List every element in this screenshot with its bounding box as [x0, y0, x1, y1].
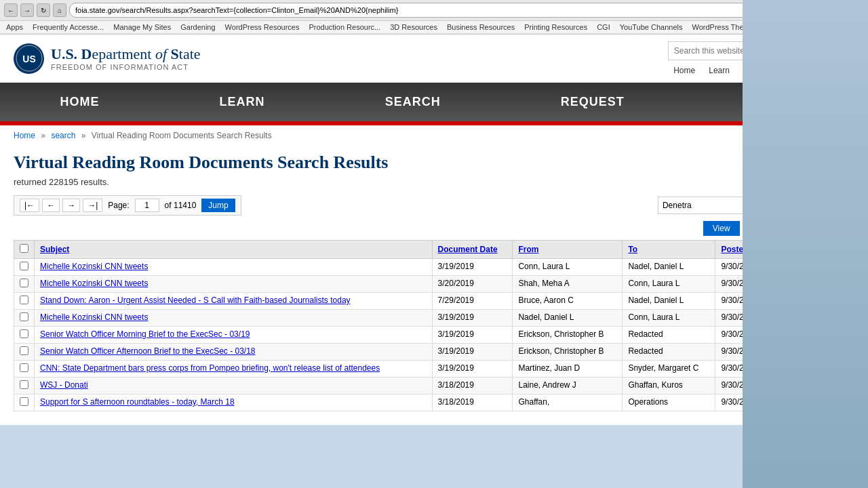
row-checkbox-3[interactable]: [20, 312, 28, 321]
bookmark-apps[interactable]: Apps: [4, 22, 25, 32]
row-from: Ghaffan,: [513, 394, 623, 411]
table-header-row: Subject Document Date From To Posted Dat…: [14, 241, 854, 259]
bookmark-gardening[interactable]: Gardening: [178, 22, 217, 32]
subject-link-4[interactable]: Senior Watch Officer Morning Brief to th…: [40, 329, 250, 339]
subject-link-0[interactable]: Michelle Kozinski CNN tweets: [40, 262, 148, 271]
breadcrumb-current: Virtual Reading Room Documents Search Re…: [92, 131, 272, 140]
bookmark-printing[interactable]: Printing Resources: [522, 22, 589, 32]
row-checkbox-0[interactable]: [20, 262, 28, 270]
row-from: Shah, Meha A: [513, 276, 623, 293]
document-actions-row: View Combine Download: [14, 221, 854, 236]
page-wrapper: US U.S. Department of State Freedom of I…: [0, 35, 868, 425]
row-subject: Michelle Kozinski CNN tweets: [35, 276, 433, 293]
bookmark-wordpress[interactable]: WordPress Resources: [223, 22, 302, 32]
row-from: Erickson, Christopher B: [513, 327, 623, 344]
browser-toolbar: ← → ↻ ⌂ ★ ⚙: [0, 0, 868, 21]
row-to: Redacted: [623, 327, 715, 344]
svg-text:US: US: [22, 54, 35, 64]
header-subject: Subject: [35, 241, 433, 259]
subject-link-5[interactable]: Senior Watch Officer Afternoon Brief to …: [40, 346, 256, 356]
bookmarks-bar: Apps Frequently Accesse... Manage My Sit…: [0, 21, 868, 34]
subject-link-6[interactable]: CNN: State Department bars press corps f…: [40, 363, 380, 373]
row-from: Erickson, Christopher B: [513, 344, 623, 361]
row-subject: WSJ - Donati: [35, 378, 433, 394]
home-nav-button[interactable]: ⌂: [53, 3, 66, 17]
row-checkbox-8[interactable]: [20, 397, 28, 406]
header-nav-learn[interactable]: Learn: [709, 66, 730, 75]
page-number-input[interactable]: [135, 199, 159, 212]
row-doc-date: 3/19/2019: [432, 361, 513, 378]
first-page-button[interactable]: |←: [20, 199, 39, 212]
row-checkbox-cell: [14, 327, 35, 344]
row-doc-date: 7/29/2019: [432, 293, 513, 310]
bookmark-3d[interactable]: 3D Resources: [388, 22, 439, 32]
bookmark-production[interactable]: Production Resourc...: [307, 22, 382, 32]
bookmark-business[interactable]: Business Resources: [445, 22, 517, 32]
nav-search[interactable]: SEARCH: [358, 83, 468, 121]
subject-link-8[interactable]: Support for S afternoon roundtables - to…: [40, 397, 235, 407]
bookmark-manage[interactable]: Manage My Sites: [111, 22, 173, 32]
row-to: Snyder, Margaret C: [623, 361, 715, 378]
row-to: Redacted: [623, 344, 715, 361]
row-checkbox-4[interactable]: [20, 329, 28, 338]
row-to: Nadel, Daniel L: [623, 259, 715, 276]
table-row: Michelle Kozinski CNN tweets 3/19/2019 N…: [14, 310, 854, 327]
breadcrumb-search[interactable]: search: [51, 131, 75, 140]
prev-page-button[interactable]: ←: [42, 199, 60, 212]
nav-home[interactable]: HOME: [33, 83, 127, 121]
address-bar[interactable]: [69, 3, 831, 18]
bookmark-frequently[interactable]: Frequently Accesse...: [31, 22, 106, 32]
side-panel: [743, 0, 868, 425]
back-button[interactable]: ←: [4, 3, 18, 17]
row-from: Martinez, Juan D: [513, 361, 623, 378]
table-body: Michelle Kozinski CNN tweets 3/19/2019 C…: [14, 259, 854, 411]
row-checkbox-2[interactable]: [20, 296, 28, 304]
header-subject-link[interactable]: Subject: [40, 245, 69, 254]
row-to: Conn, Laura L: [623, 276, 715, 293]
last-page-button[interactable]: →|: [83, 199, 102, 212]
subject-link-2[interactable]: Stand Down: Aaron - Urgent Assist Needed…: [40, 296, 351, 305]
subject-link-3[interactable]: Michelle Kozinski CNN tweets: [40, 312, 148, 322]
bookmark-youtube[interactable]: YouTube Channels: [618, 22, 685, 32]
next-page-button[interactable]: →: [62, 199, 80, 212]
select-all-checkbox[interactable]: [20, 244, 28, 253]
breadcrumb-home[interactable]: Home: [14, 131, 35, 140]
subject-link-7[interactable]: WSJ - Donati: [40, 380, 88, 390]
main-navigation: HOME LEARN SEARCH REQUEST CONTACT: [0, 83, 868, 121]
header-nav-home[interactable]: Home: [673, 66, 695, 75]
row-checkbox-6[interactable]: [20, 363, 28, 372]
content-area: Virtual Reading Room Documents Search Re…: [0, 146, 868, 425]
forward-button[interactable]: →: [20, 3, 34, 17]
pagination-area: |← ← → →| Page: of 11410 Jump: [14, 195, 241, 216]
nav-learn[interactable]: LEARN: [193, 83, 292, 121]
site-header: US U.S. Department of State Freedom of I…: [0, 35, 868, 83]
row-checkbox-1[interactable]: [20, 279, 28, 287]
row-from: Conn, Laura L: [513, 259, 623, 276]
header-to-link[interactable]: To: [628, 245, 637, 254]
table-row: Stand Down: Aaron - Urgent Assist Needed…: [14, 293, 854, 310]
row-checkbox-cell: [14, 310, 35, 327]
header-doc-date-link[interactable]: Document Date: [438, 245, 498, 254]
view-button[interactable]: View: [703, 221, 740, 236]
nav-request[interactable]: REQUEST: [534, 83, 652, 121]
row-from: Bruce, Aaron C: [513, 293, 623, 310]
row-subject: Support for S afternoon roundtables - to…: [35, 394, 433, 411]
subject-link-1[interactable]: Michelle Kozinski CNN tweets: [40, 279, 148, 288]
header-to: To: [623, 241, 715, 259]
table-row: WSJ - Donati 3/18/2019 Laine, Andrew J G…: [14, 378, 854, 394]
row-to: Ghaffan, Kuros: [623, 378, 715, 394]
row-checkbox-cell: [14, 344, 35, 361]
row-doc-date: 3/20/2019: [432, 276, 513, 293]
row-from: Nadel, Daniel L: [513, 310, 623, 327]
bookmark-cgi[interactable]: CGI: [595, 22, 612, 32]
header-from-link[interactable]: From: [518, 245, 538, 254]
row-doc-date: 3/18/2019: [432, 378, 513, 394]
row-checkbox-cell: [14, 276, 35, 293]
refresh-button[interactable]: ↻: [37, 3, 50, 17]
page-title: Virtual Reading Room Documents Search Re…: [14, 152, 854, 173]
table-row: Senior Watch Officer Afternoon Brief to …: [14, 344, 854, 361]
row-checkbox-5[interactable]: [20, 346, 28, 355]
jump-button[interactable]: Jump: [201, 199, 235, 212]
row-checkbox-7[interactable]: [20, 380, 28, 389]
row-subject: Michelle Kozinski CNN tweets: [35, 259, 433, 276]
